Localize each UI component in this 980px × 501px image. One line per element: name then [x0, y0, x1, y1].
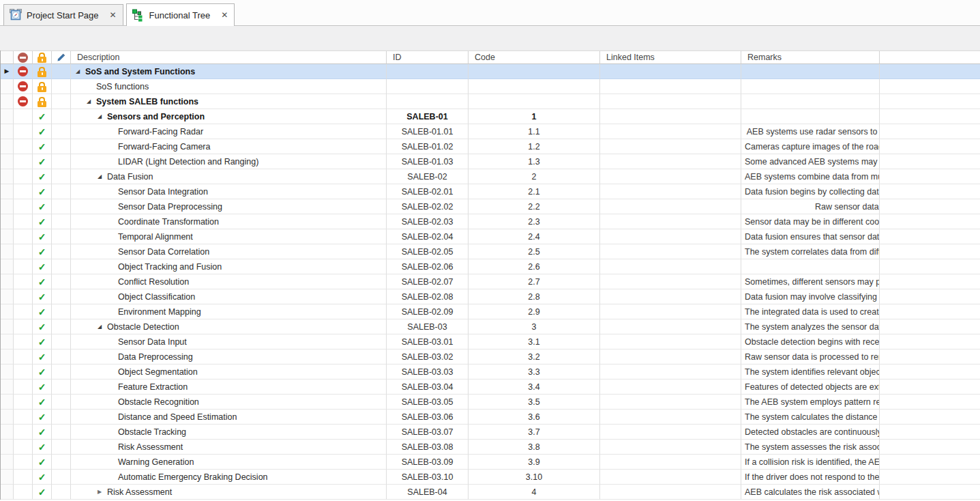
code-cell[interactable]: 3.6	[469, 410, 600, 425]
code-cell[interactable]: 3.5	[469, 395, 600, 410]
expander-icon[interactable]: ◢	[74, 68, 85, 74]
id-cell[interactable]: SALEB-01.02	[387, 139, 469, 154]
description-cell[interactable]: Distance and Speed Estimation	[71, 410, 387, 425]
id-cell[interactable]: SALEB-03.07	[387, 425, 469, 440]
linked-items-cell[interactable]	[600, 440, 741, 455]
lock-status-cell[interactable]	[33, 94, 52, 109]
remarks-cell[interactable]: Raw sensor data is processed to remoRaw …	[741, 349, 880, 364]
lock-status-cell[interactable]: ✓	[33, 244, 52, 259]
code-cell[interactable]: 1	[469, 109, 600, 124]
status-cell[interactable]	[14, 380, 33, 395]
edit-cell[interactable]	[52, 334, 71, 349]
remarks-cell[interactable]: Raw sensor data cRaw sensor data c	[741, 199, 880, 214]
status-cell[interactable]	[14, 319, 33, 334]
table-row[interactable]: ✓Coordinate TransformationSALEB-02.032.3…	[1, 214, 980, 229]
edit-cell[interactable]	[52, 79, 71, 94]
row-header-cell[interactable]	[1, 380, 14, 395]
column-header-linked-items[interactable]: Linked Items	[600, 51, 741, 64]
code-cell[interactable]: 2.5	[469, 244, 600, 259]
column-header-edit[interactable]	[52, 51, 71, 64]
edit-cell[interactable]	[52, 169, 71, 184]
lock-status-cell[interactable]: ✓	[33, 274, 52, 289]
remarks-cell[interactable]: Some advanced AEB systems may use	[741, 154, 880, 169]
edit-cell[interactable]	[52, 440, 71, 455]
table-row[interactable]: ✓Object Tracking and FusionSALEB-02.062.…	[1, 259, 980, 274]
linked-items-cell[interactable]	[600, 410, 741, 425]
linked-items-cell[interactable]	[600, 124, 741, 139]
remarks-cell[interactable]: Sometimes, different sensors may pro	[741, 274, 880, 289]
remarks-cell[interactable]: AEB systems use radar sensors to con	[741, 124, 880, 139]
row-header-cell[interactable]	[1, 364, 14, 380]
table-row[interactable]: ✓Temporal AlignmentSALEB-02.042.4Data fu…	[1, 229, 980, 244]
row-header-cell[interactable]	[1, 229, 14, 244]
id-cell[interactable]: SALEB-02.07	[387, 274, 469, 289]
lock-status-cell[interactable]: ✓	[33, 229, 52, 244]
table-row[interactable]: ✓Feature ExtractionSALEB-03.043.4Feature…	[1, 380, 980, 395]
table-row[interactable]: ✓Risk AssessmentSALEB-03.083.8The system…	[1, 440, 980, 455]
edit-cell[interactable]	[52, 289, 71, 304]
column-header-remarks[interactable]: Remarks	[741, 51, 880, 64]
description-cell[interactable]: Obstacle Tracking	[71, 425, 387, 440]
status-cell[interactable]	[14, 334, 33, 349]
description-cell[interactable]: Sensor Data Correlation	[71, 244, 387, 259]
edit-cell[interactable]	[52, 154, 71, 169]
id-cell[interactable]: SALEB-03.09	[387, 455, 469, 470]
column-header-description[interactable]: Description	[71, 51, 387, 64]
code-cell[interactable]: 3.9	[469, 455, 600, 470]
linked-items-cell[interactable]	[600, 94, 741, 109]
table-row[interactable]: ✓Conflict ResolutionSALEB-02.072.7Someti…	[1, 274, 980, 289]
row-header-cell[interactable]	[1, 319, 14, 334]
table-row[interactable]: ✓◢Sensors and PerceptionSALEB-011	[1, 109, 980, 124]
code-cell[interactable]: 3.3	[469, 364, 600, 380]
status-cell[interactable]	[14, 410, 33, 425]
lock-status-cell[interactable]: ✓	[33, 485, 52, 500]
lock-status-cell[interactable]: ✓	[33, 199, 52, 214]
remarks-cell[interactable]: The system analyzes the sensor data t	[741, 319, 880, 334]
lock-status-cell[interactable]: ✓	[33, 455, 52, 470]
table-row[interactable]: ✓Automatic Emergency Braking DecisionSAL…	[1, 470, 980, 485]
linked-items-cell[interactable]	[600, 199, 741, 214]
status-cell[interactable]	[14, 274, 33, 289]
lock-status-cell[interactable]: ✓	[33, 334, 52, 349]
description-cell[interactable]: Obstacle Recognition	[71, 395, 387, 410]
column-header-code[interactable]: Code	[469, 51, 600, 64]
description-cell[interactable]: SoS functions	[71, 79, 387, 94]
expander-icon[interactable]: ◢	[95, 113, 107, 119]
id-cell[interactable]: SALEB-02.02	[387, 199, 469, 214]
column-header-blocked[interactable]	[14, 51, 33, 64]
lock-status-cell[interactable]: ✓	[33, 139, 52, 154]
id-cell[interactable]: SALEB-03.02	[387, 349, 469, 364]
status-cell[interactable]	[14, 395, 33, 410]
lock-status-cell[interactable]: ✓	[33, 259, 52, 274]
description-cell[interactable]: Forward-Facing Radar	[71, 124, 387, 139]
lock-status-cell[interactable]: ✓	[33, 319, 52, 334]
code-cell[interactable]: 2.7	[469, 274, 600, 289]
status-cell[interactable]	[14, 64, 33, 79]
edit-cell[interactable]	[52, 274, 71, 289]
code-cell[interactable]: 2.3	[469, 214, 600, 229]
code-cell[interactable]: 3.8	[469, 440, 600, 455]
edit-cell[interactable]	[52, 139, 71, 154]
code-cell[interactable]: 2.1	[469, 184, 600, 199]
edit-cell[interactable]	[52, 485, 71, 500]
status-cell[interactable]	[14, 259, 33, 274]
id-cell[interactable]: SALEB-01.03	[387, 154, 469, 169]
table-row[interactable]: ✓Sensor Data InputSALEB-03.013.1Obstacle…	[1, 334, 980, 349]
row-header-cell[interactable]	[1, 244, 14, 259]
table-row[interactable]: ✓Warning GenerationSALEB-03.093.9If a co…	[1, 455, 980, 470]
description-cell[interactable]: Object Classification	[71, 289, 387, 304]
remarks-cell[interactable]	[741, 79, 880, 94]
edit-cell[interactable]	[52, 214, 71, 229]
remarks-cell[interactable]: The system calculates the distance betTh…	[741, 410, 880, 425]
id-cell[interactable]: SALEB-02.03	[387, 214, 469, 229]
table-row[interactable]: ✓Sensor Data PreprocessingSALEB-02.022.2…	[1, 199, 980, 214]
table-row[interactable]: ◢System SALEB functions	[1, 94, 980, 109]
table-row[interactable]: ✓Obstacle RecognitionSALEB-03.053.5The A…	[1, 395, 980, 410]
remarks-cell[interactable]: The system identifies relevant objects T…	[741, 364, 880, 380]
description-cell[interactable]: ◢Sensors and Perception	[71, 109, 387, 124]
linked-items-cell[interactable]	[600, 455, 741, 470]
status-cell[interactable]	[14, 109, 33, 124]
description-cell[interactable]: Object Tracking and Fusion	[71, 259, 387, 274]
row-header-cell[interactable]	[1, 199, 14, 214]
id-cell[interactable]: SALEB-03.08	[387, 440, 469, 455]
